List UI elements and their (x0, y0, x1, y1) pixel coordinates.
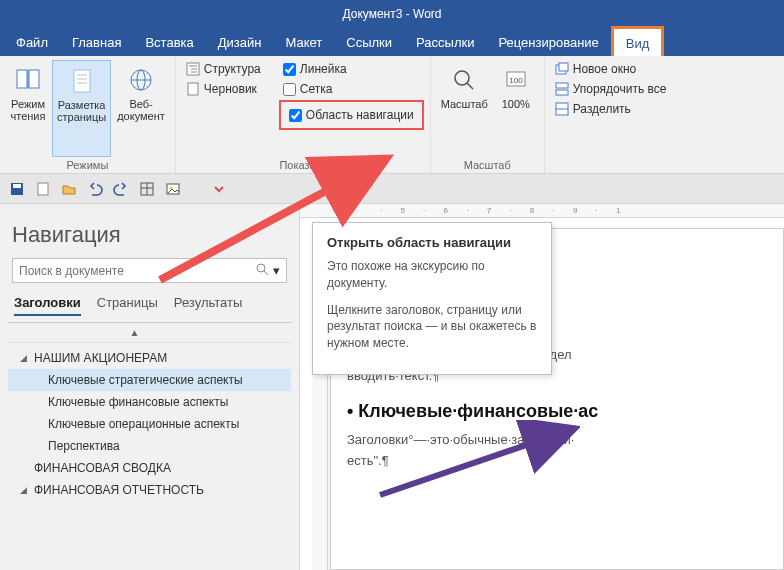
ruler-label: Линейка (300, 62, 347, 76)
nav-tabs: Заголовки Страницы Результаты (8, 295, 291, 323)
search-icon[interactable] (255, 262, 269, 279)
navpane-checkbox[interactable]: Область навигации (289, 108, 414, 122)
zoom-group-label: Масштаб (437, 157, 538, 171)
read-mode-label: Режим чтения (11, 98, 46, 122)
navpane-label: Область навигации (306, 108, 414, 122)
outline-button[interactable]: Структура (182, 60, 265, 78)
triangle-icon: ◢ (20, 353, 30, 363)
svg-rect-21 (556, 83, 568, 88)
nav-title: Навигация (12, 222, 287, 248)
tab-view[interactable]: Вид (611, 26, 665, 56)
ruler-checkbox[interactable]: Линейка (279, 60, 424, 78)
navpane-tooltip: Открыть область навигации Это похоже на … (312, 222, 552, 375)
tree-item-financial-aspects[interactable]: Ключевые финансовые аспекты (8, 391, 291, 413)
table-button[interactable] (138, 180, 156, 198)
tooltip-body1: Это похоже на экскурсию по документу. (327, 258, 537, 292)
new-window-button[interactable]: Новое окно (551, 60, 671, 78)
title-bar: Документ3 - Word (0, 0, 784, 28)
tooltip-body2: Щелкните заголовок, страницу или результ… (327, 302, 537, 352)
svg-line-16 (467, 83, 473, 89)
undo-button[interactable] (86, 180, 104, 198)
split-button[interactable]: Разделить (551, 100, 671, 118)
collapse-all-button[interactable]: ▲ (8, 323, 291, 343)
tab-home[interactable]: Главная (60, 28, 133, 56)
svg-rect-3 (74, 70, 90, 92)
tab-references[interactable]: Ссылки (334, 28, 404, 56)
nav-tab-headings[interactable]: Заголовки (14, 295, 81, 316)
web-layout-button[interactable]: Веб- документ (113, 60, 169, 157)
tree-item-shareholders[interactable]: ◢НАШИМ АКЦИОНЕРАМ (8, 347, 291, 369)
doc-heading2b[interactable]: • Ключевые·финансовые·ас (347, 401, 783, 422)
new-window-icon (555, 62, 569, 76)
group-zoom: Масштаб 100 100% Масштаб (431, 56, 545, 173)
nav-tab-results[interactable]: Результаты (174, 295, 242, 316)
open-button[interactable] (60, 180, 78, 198)
save-button[interactable] (8, 180, 26, 198)
arrange-icon (555, 82, 569, 96)
hundred-icon: 100 (500, 64, 532, 96)
hundred-label: 100% (502, 98, 530, 110)
gridlines-checkbox[interactable]: Сетка (279, 80, 424, 98)
tree-item-strategic[interactable]: Ключевые стратегические аспекты (8, 369, 291, 391)
zoom-label: Масштаб (441, 98, 488, 110)
page-icon (66, 65, 98, 97)
svg-rect-22 (556, 90, 568, 95)
new-doc-button[interactable] (34, 180, 52, 198)
tree-item-operational[interactable]: Ключевые операционные аспекты (8, 413, 291, 435)
hundred-button[interactable]: 100 100% (494, 60, 538, 157)
web-layout-label: Веб- документ (117, 98, 165, 122)
tab-review[interactable]: Рецензирование (486, 28, 610, 56)
svg-rect-27 (38, 183, 48, 195)
svg-line-34 (264, 271, 268, 275)
print-layout-label: Разметка страницы (57, 99, 106, 123)
svg-rect-0 (17, 70, 27, 88)
tab-mailings[interactable]: Рассылки (404, 28, 486, 56)
svg-rect-14 (188, 83, 198, 95)
search-dropdown-icon[interactable]: ▾ (273, 263, 280, 278)
ribbon-tabs: Файл Главная Вставка Дизайн Макет Ссылки… (0, 28, 784, 56)
horizontal-ruler[interactable]: · 5 · 6 · 7 · 8 · 9 · 1 (300, 204, 784, 218)
search-input-wrap[interactable]: ▾ (12, 258, 287, 283)
tab-design[interactable]: Дизайн (206, 28, 274, 56)
arrange-button[interactable]: Упорядочить все (551, 80, 671, 98)
magnifier-icon (448, 64, 480, 96)
split-icon (555, 102, 569, 116)
grid-check[interactable] (283, 83, 296, 96)
ribbon: Режим чтения Разметка страницы Веб- доку… (0, 56, 784, 174)
navpane-check[interactable] (289, 109, 302, 122)
tab-file[interactable]: Файл (4, 28, 60, 56)
print-layout-button[interactable]: Разметка страницы (52, 60, 111, 157)
navigation-pane: Навигация ▾ Заголовки Страницы Результат… (0, 204, 300, 570)
ruler-check[interactable] (283, 63, 296, 76)
zoom-button[interactable]: Масштаб (437, 60, 492, 157)
svg-rect-1 (29, 70, 39, 88)
nav-tab-pages[interactable]: Страницы (97, 295, 158, 316)
read-mode-button[interactable]: Режим чтения (6, 60, 50, 157)
navpane-highlight: Область навигации (279, 100, 424, 130)
picture-button[interactable] (164, 180, 182, 198)
tab-insert[interactable]: Вставка (133, 28, 205, 56)
more-button[interactable] (210, 180, 228, 198)
outline-icon (186, 62, 200, 76)
group-window: Новое окно Упорядочить все Разделить (545, 56, 677, 173)
gridlines-label: Сетка (300, 82, 333, 96)
web-icon (125, 64, 157, 96)
tree-item-reporting[interactable]: ◢ФИНАНСОВАЯ ОТЧЕТНОСТЬ (8, 479, 291, 501)
triangle-icon: ◢ (20, 485, 30, 495)
tree-item-perspective[interactable]: Перспектива (8, 435, 291, 457)
draft-button[interactable]: Черновик (182, 80, 265, 98)
doc-body-line5[interactable]: есть".¶ (347, 451, 783, 472)
tooltip-title: Открыть область навигации (327, 235, 537, 250)
title-text: Документ3 - Word (342, 7, 441, 21)
tree-item-summary[interactable]: ФИНАНСОВАЯ СВОДКА (8, 457, 291, 479)
arrange-label: Упорядочить все (573, 82, 667, 96)
doc-body-line4[interactable]: Заголовки°—·это·обычные·заголовки· (347, 430, 783, 451)
svg-point-33 (257, 264, 265, 272)
tab-layout[interactable]: Макет (273, 28, 334, 56)
svg-rect-20 (559, 63, 568, 71)
search-input[interactable] (19, 264, 255, 278)
draft-label: Черновик (204, 82, 257, 96)
redo-button[interactable] (112, 180, 130, 198)
book-icon (12, 64, 44, 96)
modes-group-label: Режимы (6, 157, 169, 171)
